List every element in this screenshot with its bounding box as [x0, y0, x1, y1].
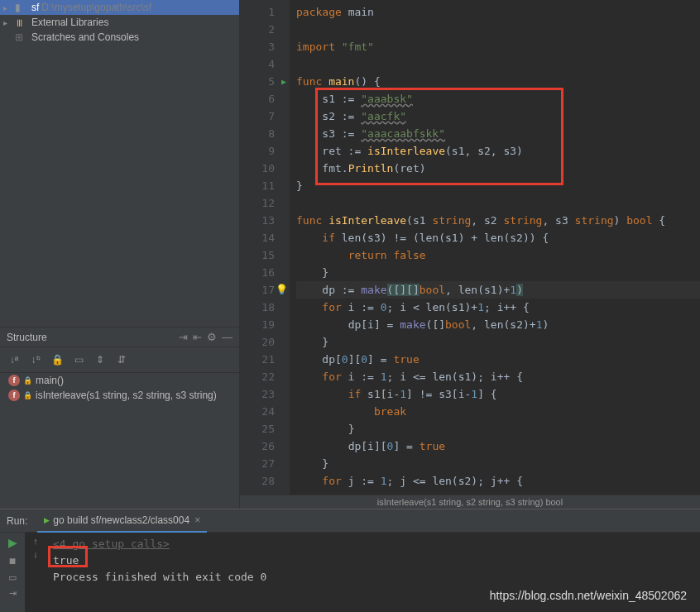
structure-panel: Structure ⇥ ⇤ ⚙ ↓ª ↓ᵇ 🔒 ▭ ⇕ ⇵ f 🔒 main()…: [0, 327, 240, 509]
down-button[interactable]: ↓: [33, 549, 38, 559]
tree-scratches[interactable]: ⊞ Scratches and Consoles: [0, 30, 239, 45]
gutter-line: 15: [240, 246, 275, 264]
library-icon: ⫼: [15, 17, 28, 28]
lock-icon: 🔒: [23, 376, 32, 385]
editor[interactable]: 1 2 3 4 5▶ 6 7 8 9 10 11 12 13 14 15 16 …: [240, 0, 700, 509]
structure-title: Structure: [7, 332, 47, 343]
rerun-button[interactable]: ▶: [8, 536, 17, 549]
chevron-right-icon[interactable]: ▸: [3, 3, 15, 12]
gutter-line: 24: [240, 403, 275, 420]
structure-item-main[interactable]: f 🔒 main(): [0, 373, 239, 388]
run-toolbar: ▶ ■ ▭ ⇥: [0, 533, 25, 612]
expand-icon[interactable]: ⇥: [179, 331, 188, 343]
gutter-line: 2: [240, 21, 275, 38]
structure-item-isinterleave[interactable]: f 🔒 isInterleave(s1 string, s2 string, s…: [0, 388, 239, 403]
gutter-line: 9: [240, 142, 275, 160]
gutter-line: 5▶: [240, 73, 275, 90]
run-config-icon: ▶: [44, 516, 50, 524]
structure-toolbar: ↓ª ↓ᵇ 🔒 ▭ ⇕ ⇵: [0, 347, 239, 373]
highlight-box: [48, 546, 88, 567]
autoscroll-button[interactable]: ⇵: [113, 351, 131, 369]
structure-item-label: main(): [36, 375, 64, 386]
run-label: Run:: [7, 515, 27, 527]
console-output: true: [53, 552, 693, 569]
gutter-line: 21: [240, 351, 275, 368]
gutter-line: 25: [240, 420, 275, 437]
tree-root-path: D:\mysetup\gopath\src\sf: [41, 2, 151, 13]
stop-button[interactable]: ■: [9, 554, 16, 567]
gutter-line: 17💡: [240, 281, 275, 299]
filter-button[interactable]: 🔒: [48, 351, 66, 369]
function-icon: f: [8, 390, 20, 401]
gutter-line: 28: [240, 472, 275, 490]
run-header: Run: ▶ go build sf/newclass2/class004 ×: [0, 509, 700, 533]
console-finished: Process finished with exit code 0: [53, 569, 693, 586]
gutter-line: 13: [240, 212, 275, 229]
run-tab[interactable]: ▶ go build sf/newclass2/class004 ×: [37, 509, 207, 533]
watermark: https://blog.csdn.net/weixin_48502062: [490, 589, 687, 602]
gutter-line: 20: [240, 333, 275, 351]
collapse-icon[interactable]: ⇤: [193, 331, 202, 343]
gutter-line: 7: [240, 108, 275, 125]
gutter-line: 14: [240, 229, 275, 246]
gutter-line: 18: [240, 299, 275, 316]
gutter-line: 23: [240, 385, 275, 403]
project-panel: ▸ ▮ sf D:\mysetup\gopath\src\sf ▸ ⫼ Exte…: [0, 0, 240, 327]
gutter-line: 1: [240, 3, 275, 21]
layout-button[interactable]: ▭: [8, 572, 17, 583]
folder-button[interactable]: ▭: [70, 351, 88, 369]
breadcrumb[interactable]: isInterleave(s1 string, s2 string, s3 st…: [240, 495, 700, 509]
minimize-icon[interactable]: [222, 331, 233, 343]
run-gutter-icon[interactable]: ▶: [281, 73, 286, 90]
run-nav: ↑ ↓: [25, 533, 46, 612]
gutter-line: 16: [240, 264, 275, 281]
gutter-line: 8: [240, 125, 275, 142]
bulb-icon[interactable]: 💡: [276, 281, 288, 299]
structure-item-label: isInterleave(s1 string, s2 string, s3 st…: [36, 390, 217, 401]
gutter-line: 11: [240, 177, 275, 194]
code-area[interactable]: package main import "fmt" func main() { …: [290, 0, 700, 509]
gutter-line: 3: [240, 38, 275, 55]
sort-alpha-button[interactable]: ↓ª: [5, 351, 23, 369]
tree-item-label: External Libraries: [31, 17, 108, 28]
gutter-line: 10: [240, 160, 275, 177]
structure-header: Structure ⇥ ⇤ ⚙: [0, 328, 239, 347]
gutter: 1 2 3 4 5▶ 6 7 8 9 10 11 12 13 14 15 16 …: [240, 0, 290, 509]
lock-icon: 🔒: [23, 391, 32, 399]
scroll-button[interactable]: ⇕: [91, 351, 109, 369]
gutter-line: 22: [240, 368, 275, 385]
tree-root-name: sf: [31, 2, 39, 13]
close-icon[interactable]: ×: [194, 514, 200, 526]
gutter-line: 27: [240, 455, 275, 472]
tree-root[interactable]: ▸ ▮ sf D:\mysetup\gopath\src\sf: [0, 0, 239, 15]
tree-item-label: Scratches and Consoles: [31, 31, 139, 43]
gutter-line: 26: [240, 437, 275, 455]
gear-icon[interactable]: ⚙: [207, 331, 217, 343]
gutter-line: 12: [240, 194, 275, 212]
up-button[interactable]: ↑: [33, 536, 38, 546]
folder-icon: ▮: [15, 2, 28, 13]
gutter-line: 6: [240, 90, 275, 108]
scratches-icon: ⊞: [15, 31, 28, 43]
gutter-line: 19: [240, 316, 275, 333]
run-tab-label: go build sf/newclass2/class004: [53, 514, 189, 526]
sort-visibility-button[interactable]: ↓ᵇ: [26, 351, 45, 369]
chevron-right-icon[interactable]: ▸: [3, 18, 15, 27]
exit-button[interactable]: ⇥: [9, 588, 17, 599]
tree-external-libs[interactable]: ▸ ⫼ External Libraries: [0, 15, 239, 30]
function-icon: f: [8, 375, 20, 386]
gutter-line: 4: [240, 55, 275, 73]
